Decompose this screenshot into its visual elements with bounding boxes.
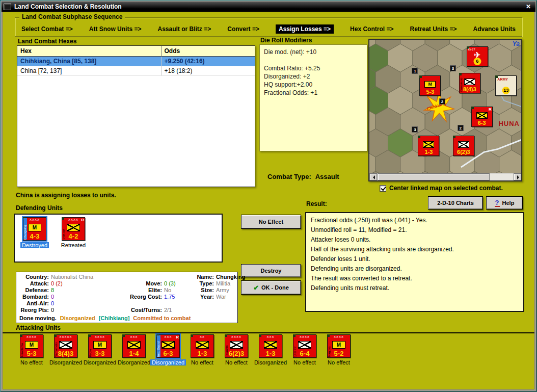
unit[interactable]: HiroshimaXXXXM5-3No effect bbox=[15, 334, 48, 365]
subphase-sequence-groupbox: Land Combat Subphase Sequence Select Com… bbox=[15, 17, 522, 37]
unit[interactable]: Imp. GuardXXX6-3RDisorganized bbox=[151, 334, 185, 365]
hex-column-header: Hex bbox=[17, 46, 161, 56]
sequence-step[interactable]: Retreat Units => bbox=[410, 25, 457, 33]
unit-status-label: Disorganized bbox=[150, 359, 186, 365]
unit-counter[interactable]: ChungkingXXXXM4-3 bbox=[23, 217, 46, 241]
sequence-step[interactable]: Advance Units bbox=[473, 25, 516, 33]
unit-counter[interactable]: YamamotoXXXXX8(4)3 bbox=[54, 334, 77, 358]
unit-counter[interactable]: 6(2)3 bbox=[453, 136, 474, 156]
destroy-button[interactable]: Destroy bbox=[241, 264, 301, 277]
unit[interactable]: NagoyaXXXXM5-2No effect bbox=[322, 334, 356, 365]
combat-explosion-marker: Chihkiang bbox=[425, 93, 453, 120]
unit-counter[interactable]: NagoyaXXXXM5-2 bbox=[327, 334, 351, 358]
no-effect-button[interactable]: No Effect bbox=[241, 215, 301, 229]
unit-counter[interactable]: XX1-3 bbox=[191, 334, 214, 358]
unit-counter[interactable]: 14th InfXXXX4-2R bbox=[62, 217, 85, 241]
unit-strength: 1-3 bbox=[191, 350, 213, 357]
modifier-line: HQ support:+2.00 bbox=[264, 81, 363, 89]
unit[interactable]: 14th InfXXXX6-4No effect bbox=[288, 334, 321, 365]
scroll-left-icon[interactable] bbox=[369, 173, 377, 180]
sequence-step[interactable]: Hex Control => bbox=[350, 25, 393, 33]
combat-hex-row[interactable]: Chihkiang, China [85, 138]+9.250 (42:16) bbox=[17, 56, 255, 66]
window-icon bbox=[4, 4, 11, 10]
stack-count-badge: 2 bbox=[439, 98, 445, 104]
antiair-value: 0 bbox=[51, 300, 127, 307]
unit-status-label: Destroyed bbox=[20, 242, 49, 248]
combat-hexes-body: Chihkiang, China [85, 138]+9.250 (42:16)… bbox=[17, 56, 255, 75]
unit[interactable]: KyotoXXXXM3-3Disorganized bbox=[83, 334, 117, 365]
center-map-option: Center linked map on selected combat. bbox=[380, 185, 503, 192]
unit[interactable]: YamamotoXXXXX8(4)3Disorganized bbox=[49, 334, 83, 365]
unit-strength: 4-2 bbox=[62, 232, 85, 240]
ok-done-button-label: OK - Done bbox=[261, 284, 289, 291]
odds-cell: +9.250 (42:16) bbox=[161, 56, 255, 66]
combat-hexes-table: Hex Odds Chihkiang, China [85, 138]+9.25… bbox=[17, 45, 255, 187]
sequence-step[interactable]: Select Combat => bbox=[21, 25, 73, 33]
unit[interactable]: XXX1-4Disorganized bbox=[117, 334, 151, 365]
unit-counter[interactable]: HiroshimaXXXXM5-3 bbox=[20, 334, 43, 358]
unit-counter[interactable]: 6-3R bbox=[471, 107, 493, 127]
unit-counter[interactable]: Yamamoto8(4)3 bbox=[459, 73, 480, 93]
unit-counter[interactable]: ARMY13 bbox=[495, 75, 517, 96]
unit-counter[interactable]: XXX1-3 bbox=[259, 334, 282, 358]
result-panel: Fractional odds (.250) roll was (.041) -… bbox=[305, 212, 524, 312]
unit-size: XXXX bbox=[225, 335, 248, 338]
scrollbar-track[interactable] bbox=[377, 173, 514, 180]
unit-counter[interactable]: XXX1-4 bbox=[122, 334, 146, 358]
reorg-marker: R bbox=[489, 107, 492, 112]
sequence-step[interactable]: Att Snow Units => bbox=[89, 25, 142, 33]
reorg-cost-label: Reorg Cost: bbox=[127, 294, 164, 300]
unit-size: XXXXX bbox=[55, 335, 77, 338]
map-horizontal-scrollbar[interactable] bbox=[369, 173, 521, 180]
unit-strength: 3-3 bbox=[89, 350, 111, 357]
stack-count-badge: 2 bbox=[458, 125, 464, 131]
close-icon[interactable]: ✕ bbox=[523, 3, 533, 10]
unit-name: ARMY bbox=[497, 77, 508, 81]
sequence-step[interactable]: Assign Losses => bbox=[276, 24, 334, 34]
combat-map[interactable]: Chihkiang HUNA Ya Ki-27✈6M5-3Yamamoto8(4… bbox=[368, 39, 522, 181]
unit-size: XXXX bbox=[328, 335, 350, 338]
help-button[interactable]: ? Help bbox=[486, 196, 523, 210]
unit-strength: 13 bbox=[502, 87, 510, 94]
unit-size: XXX bbox=[123, 335, 145, 338]
unit-status-label: No effect bbox=[191, 359, 213, 365]
charts-button[interactable]: 2-D-10 Charts bbox=[428, 196, 483, 210]
unit-counter[interactable]: 1-3 bbox=[418, 136, 439, 156]
unit[interactable]: XX1-3No effect bbox=[185, 334, 219, 365]
reorg-marker: R bbox=[176, 335, 179, 339]
unit-size: XXXX bbox=[89, 335, 111, 338]
year-value: War bbox=[216, 294, 234, 300]
unit[interactable]: XXX1-3Disorganized bbox=[254, 334, 287, 365]
unit-counter[interactable]: Imp. GuardXXX6-3R bbox=[156, 334, 180, 358]
unit-status-label: No effect bbox=[328, 359, 350, 365]
destroy-button-label: Destroy bbox=[261, 268, 282, 274]
unit-counter[interactable]: TerauchiXXXX6(2)3 bbox=[225, 334, 248, 358]
size-label: Size: bbox=[195, 287, 216, 294]
ok-done-button[interactable]: ✔ OK - Done bbox=[241, 280, 301, 295]
unit[interactable]: TerauchiXXXX6(2)3No effect bbox=[220, 334, 253, 365]
unit[interactable]: 14th InfXXXX4-2RRetreated bbox=[57, 217, 90, 248]
result-line: The result was converted to a retreat. bbox=[311, 274, 519, 283]
unit-counter[interactable]: KyotoXXXXM3-3 bbox=[88, 334, 112, 358]
die-roll-modifiers-text: Die mod. (net): +10 Combat Ratio: +5.25D… bbox=[264, 48, 363, 97]
unit-counter[interactable]: M5-3 bbox=[419, 75, 441, 96]
center-map-checkbox[interactable] bbox=[380, 185, 386, 192]
attack-value: 0 (2) bbox=[51, 280, 127, 287]
map-units: Chihkiang HUNA Ya Ki-27✈6M5-3Yamamoto8(4… bbox=[369, 40, 521, 173]
committed-text: Committed to combat bbox=[133, 315, 191, 322]
result-line: Defending units are disorganized. bbox=[311, 264, 519, 274]
combat-hex-row[interactable]: China [72, 137]+18 (18:2) bbox=[17, 66, 255, 75]
result-line: Half of the surviving attacking units ar… bbox=[311, 245, 519, 254]
unit-counter[interactable]: 14th InfXXXX6-4 bbox=[293, 334, 316, 358]
unit[interactable]: ChungkingXXXXM4-3Destroyed bbox=[18, 217, 51, 248]
unit-status-label: No effect bbox=[293, 359, 316, 365]
sequence-step[interactable]: Assault or Blitz => bbox=[158, 25, 211, 33]
unit-counter[interactable]: Ki-27✈6 bbox=[467, 46, 488, 67]
sequence-step[interactable]: Convert => bbox=[227, 25, 259, 33]
nationality-mark-icon bbox=[419, 75, 422, 78]
scrollbar-thumb[interactable] bbox=[378, 173, 490, 180]
unit-symbol-icon: M bbox=[28, 224, 41, 231]
scroll-right-icon[interactable] bbox=[514, 173, 521, 180]
country-label: Country: bbox=[19, 274, 51, 280]
odds-cell: +18 (18:2) bbox=[161, 66, 255, 75]
